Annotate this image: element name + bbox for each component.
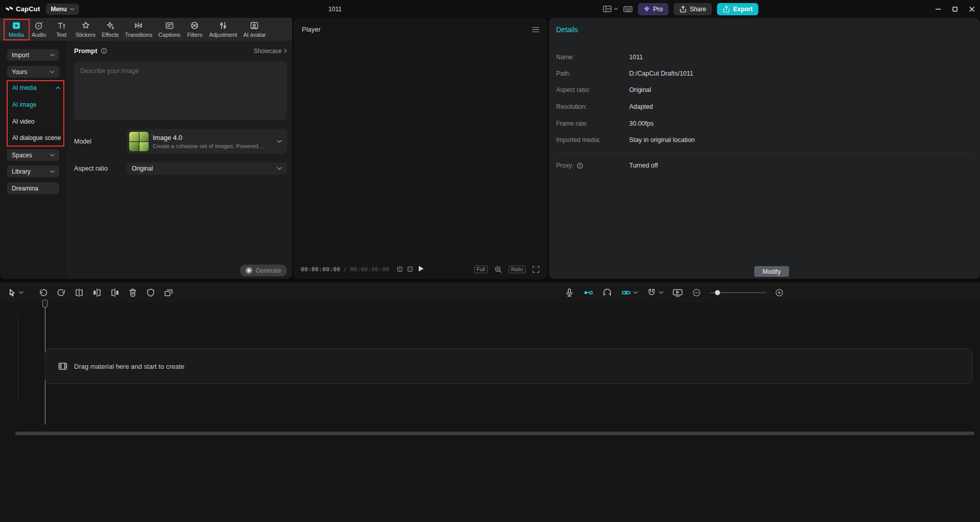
chevron-down-icon: [50, 170, 55, 173]
share-icon: [679, 5, 687, 13]
chevron-down-icon: [70, 8, 75, 11]
zoom-out-icon[interactable]: [692, 288, 701, 297]
playhead-handle[interactable]: [42, 300, 47, 307]
layout-switch-button[interactable]: [603, 5, 618, 13]
ratio-badge[interactable]: Ratio: [509, 266, 525, 273]
sidebar-item-ai-dialogue-scene[interactable]: AI dialogue scene: [12, 132, 61, 144]
chevron-down-icon: [633, 291, 638, 294]
sidebar-item-ai-media[interactable]: AI media: [12, 82, 60, 93]
select-tool-button[interactable]: [7, 288, 23, 298]
delete-left-icon[interactable]: [92, 288, 102, 298]
effects-icon: [106, 21, 115, 30]
zoom-slider[interactable]: [710, 292, 766, 293]
aspect-ratio-select[interactable]: Original: [127, 162, 287, 175]
fullscreen-icon[interactable]: [532, 265, 540, 274]
mic-icon[interactable]: [564, 288, 575, 298]
filters-icon: [190, 21, 199, 30]
delete-icon[interactable]: [128, 288, 138, 298]
transitions-icon: [134, 21, 143, 30]
layout-icon: [603, 5, 612, 13]
split-icon[interactable]: [74, 288, 84, 298]
play-button[interactable]: [417, 265, 425, 274]
shortcuts-keyboard-icon[interactable]: [623, 5, 633, 14]
chevron-right-icon: [284, 49, 287, 53]
sidebar-item-library[interactable]: Library: [7, 165, 59, 177]
project-title: 1011: [328, 6, 342, 13]
chevron-down-icon: [659, 291, 663, 294]
sidebar-item-spaces[interactable]: Spaces: [7, 149, 59, 161]
model-select[interactable]: Image 4.0 Create a cohesive set of image…: [127, 129, 287, 154]
export-button[interactable]: Export: [717, 3, 758, 15]
prompt-input[interactable]: [74, 61, 287, 120]
tab-adjustment[interactable]: Adjustment: [206, 21, 240, 38]
tab-media[interactable]: Media: [5, 21, 28, 38]
tab-filters[interactable]: Filters: [183, 21, 206, 38]
prev-frame-icon[interactable]: [397, 266, 403, 272]
pro-badge[interactable]: Pro: [638, 3, 668, 15]
info-icon[interactable]: [101, 48, 107, 54]
generate-button[interactable]: Generate: [240, 265, 287, 276]
render-preview-icon[interactable]: [672, 288, 683, 298]
menu-button[interactable]: Menu: [46, 4, 79, 15]
chevron-down-icon: [19, 291, 23, 294]
detail-row-frame-rate: Frame rate: 30.00fps: [556, 120, 973, 128]
sidebar-item-ai-image[interactable]: AI image: [12, 99, 36, 110]
full-preview-badge[interactable]: Full: [474, 266, 488, 273]
tab-effects[interactable]: Effects: [99, 21, 122, 38]
model-name: Image 4.0: [153, 134, 273, 141]
maximize-icon: [952, 6, 958, 12]
chevron-down-icon: [614, 8, 618, 10]
maximize-button[interactable]: [946, 0, 963, 18]
share-button[interactable]: Share: [674, 3, 712, 15]
minimize-icon: [935, 6, 941, 12]
mask-icon[interactable]: [146, 288, 156, 298]
minimize-button[interactable]: [929, 0, 946, 18]
chevron-down-icon: [50, 70, 55, 74]
sidebar-item-yours[interactable]: Yours: [7, 66, 59, 78]
zoom-in-icon[interactable]: [775, 288, 784, 297]
tab-captions[interactable]: Captions: [155, 21, 183, 38]
link-clips-button[interactable]: [621, 288, 638, 298]
credits-icon: [246, 267, 252, 274]
detail-row-imported-media: Imported media: Stay in original locatio…: [556, 136, 973, 144]
auto-keyframe-icon[interactable]: [583, 288, 593, 298]
sidebar-item-ai-video[interactable]: AI video: [12, 116, 34, 127]
magnet-icon: [647, 288, 657, 298]
track-header-divider: [18, 316, 18, 401]
preview-axis-icon[interactable]: [602, 288, 612, 298]
horizontal-scrollbar[interactable]: [15, 432, 974, 435]
undo-icon[interactable]: [38, 288, 49, 298]
redo-icon[interactable]: [56, 288, 66, 298]
chevron-down-icon: [277, 167, 282, 170]
detail-row-resolution: Resolution: Adapted: [556, 103, 973, 111]
title-bar: CapCut Menu 1011 Pro Share Export: [0, 0, 980, 18]
next-frame-icon[interactable]: [407, 266, 413, 272]
zoom-slider-knob[interactable]: [715, 290, 720, 295]
showcase-link[interactable]: Showcase: [254, 48, 287, 55]
snapping-button[interactable]: [647, 288, 663, 298]
tab-ai-avatar[interactable]: AI avatar: [240, 21, 269, 38]
details-panel: Details Name: 1011 Path: D:/CapCut Draft…: [549, 18, 980, 279]
tab-audio[interactable]: Audio: [28, 21, 50, 38]
tab-transitions[interactable]: Transitions: [122, 21, 155, 38]
detail-row-proxy: Proxy: Turned off: [556, 161, 973, 170]
sidebar: Import Yours AI media AI image AI video …: [0, 41, 66, 279]
media-strip-icon: [58, 361, 68, 371]
zoom-fit-icon[interactable]: [494, 265, 503, 274]
player-settings-icon[interactable]: [531, 26, 540, 34]
drop-zone[interactable]: Drag material here and start to create: [45, 348, 972, 384]
app-logo: CapCut: [5, 5, 40, 13]
sidebar-item-dreamina[interactable]: Dreamina: [7, 182, 59, 194]
detail-row-aspect-ratio: Aspect ratio: Original: [556, 86, 973, 94]
delete-right-icon[interactable]: [110, 288, 120, 298]
capcut-window: { "colors": { "accent": "#2fd3de", "expo…: [0, 0, 980, 522]
sidebar-item-import[interactable]: Import: [7, 49, 59, 61]
timecode: 00:00:00:00 / 00:00:00:00: [301, 266, 390, 273]
tab-text[interactable]: Text: [50, 21, 73, 38]
info-icon[interactable]: [577, 162, 583, 169]
tab-stickers[interactable]: Stickers: [73, 21, 99, 38]
modify-button[interactable]: Modify: [754, 266, 789, 277]
overlay-icon[interactable]: [163, 288, 174, 298]
model-thumbnail: [129, 132, 149, 151]
close-button[interactable]: [963, 0, 980, 18]
